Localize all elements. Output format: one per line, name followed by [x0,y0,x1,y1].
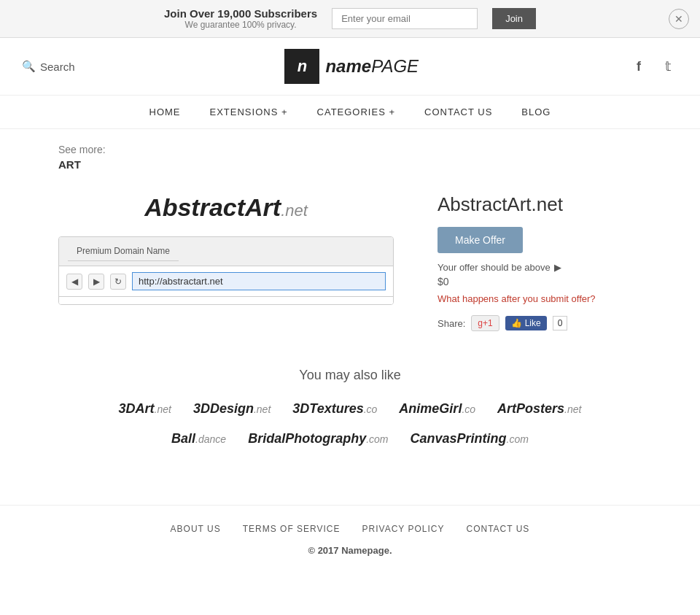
share-label: Share: [438,318,465,329]
banner-close-button[interactable]: ✕ [669,9,689,29]
offer-hint: Your offer should be above ▶ [438,262,642,273]
fb-thumb-icon: 👍 [511,318,522,328]
footer-brand: Namepage. [341,545,392,556]
banner-email-input[interactable] [332,8,478,29]
footer-contact[interactable]: CONTACT US [466,524,529,534]
gplus-button[interactable]: g+1 [471,315,499,331]
logo-box: n [284,49,319,84]
browser-bar: ◀ ▶ ↻ [59,266,393,297]
browser-mockup: Premium Domain Name ◀ ▶ ↻ [58,236,394,305]
list-item[interactable]: BridalPhotography.com [248,431,388,446]
footer-copyright: © 2017 Namepage. [0,545,700,570]
browser-url-input[interactable] [132,272,386,290]
domain-name-bold: AbstractArt [144,193,281,221]
fb-count: 0 [553,316,568,330]
list-item[interactable]: ArtPosters.net [497,401,581,417]
list-item[interactable]: Ball.dance [171,431,226,446]
domain-left: AbstractArt.net Premium Domain Name ◀ ▶ … [58,193,394,305]
domain-row-2: Ball.dance BridalPhotography.com CanvasP… [58,431,642,446]
logo: n name PAGE [284,49,419,84]
top-banner: Join Over 19,000 Subscribers We guarante… [0,0,700,38]
also-like-title: You may also like [58,368,642,383]
nav-blog[interactable]: BLOG [521,107,551,117]
browser-tab-label: Premium Domain Name [68,241,179,261]
offer-price: $0 [438,276,642,287]
logo-symbol: n [298,57,307,76]
list-item[interactable]: AnimeGirl.co [399,401,475,417]
footer-terms[interactable]: TERMS OF SERVICE [243,524,341,534]
what-happens-link[interactable]: What happens after you submit offer? [438,293,642,304]
nav-home[interactable]: HOME [149,107,181,117]
banner-main-text: Join Over 19,000 Subscribers [164,7,317,20]
logo-name: name [325,56,371,77]
facebook-like-button[interactable]: 👍 Like [505,316,547,330]
make-offer-button[interactable]: Make Offer [438,227,523,253]
domain-tld: .net [281,201,308,220]
list-item[interactable]: 3DTextures.co [292,401,377,417]
nav-categories[interactable]: CATEGORIES + [317,107,395,117]
twitter-icon[interactable]: 𝕥 [658,56,678,77]
see-more-category[interactable]: ART [58,158,81,171]
search-icon: 🔍 [22,60,36,73]
browser-forward-button[interactable]: ▶ [88,274,104,290]
offer-arrow-icon: ▶ [554,262,561,273]
fb-like-label: Like [525,318,541,328]
banner-join-button[interactable]: Join [492,8,536,29]
search-label: Search [40,61,75,73]
see-more-label: See more: [58,144,642,155]
domain-right: AbstractArt.net Make Offer Your offer sh… [438,193,642,331]
logo-text: name PAGE [325,56,419,77]
also-like-section: You may also like 3DArt.net 3DDesign.net… [58,368,642,446]
banner-text: Join Over 19,000 Subscribers We guarante… [164,7,317,30]
facebook-icon[interactable]: f [629,56,649,77]
footer-about[interactable]: ABOUT US [171,524,221,534]
domain-name-heading: AbstractArt.net [438,193,642,216]
banner-sub-text: We guarantee 100% privacy. [164,20,317,30]
list-item[interactable]: 3DDesign.net [193,401,271,417]
browser-refresh-button[interactable]: ↻ [110,274,126,290]
footer-links: ABOUT US TERMS OF SERVICE PRIVACY POLICY… [0,505,700,545]
social-links: f 𝕥 [629,56,678,77]
list-item[interactable]: 3DArt.net [119,401,171,417]
list-item[interactable]: CanvasPrinting.com [411,431,529,446]
share-row: Share: g+1 👍 Like 0 [438,315,642,331]
search-trigger[interactable]: 🔍 Search [22,60,75,73]
nav-extensions[interactable]: EXTENSIONS + [210,107,288,117]
browser-back-button[interactable]: ◀ [66,274,82,290]
domain-showcase: AbstractArt.net Premium Domain Name ◀ ▶ … [58,193,642,331]
footer-privacy[interactable]: PRIVACY POLICY [362,524,445,534]
domain-title-image: AbstractArt.net [58,193,394,222]
main-nav: HOME EXTENSIONS + CATEGORIES + CONTACT U… [0,96,700,129]
logo-page: PAGE [371,56,419,77]
nav-contact[interactable]: CONTACT US [424,107,492,117]
main-content: See more: ART AbstractArt.net Premium Do… [0,129,700,476]
header: 🔍 Search n name PAGE f 𝕥 [0,38,700,96]
domain-row-1: 3DArt.net 3DDesign.net 3DTextures.co Ani… [58,401,642,417]
